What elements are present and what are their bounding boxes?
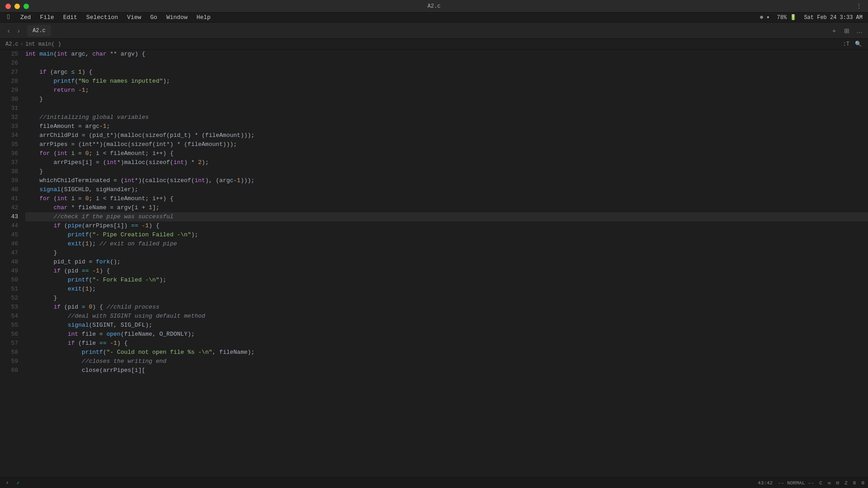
add-tab-button[interactable]: +	[829, 26, 839, 36]
maximize-button[interactable]	[24, 4, 29, 9]
minimize-button[interactable]	[14, 4, 20, 9]
menu-bar-status: ⊛ ▾ 78% 🔋 Sat Feb 24 3:33 AM	[758, 14, 864, 21]
line-number: 36	[0, 149, 18, 158]
line-number: 40	[0, 185, 18, 194]
status-position: 43:42	[758, 480, 773, 486]
code-line[interactable]: printf("No file names inputted");	[25, 77, 868, 86]
more-button[interactable]: …	[854, 26, 864, 36]
code-line[interactable]: pid_t pid = fork();	[25, 258, 868, 267]
line-number: 46	[0, 239, 18, 249]
code-area[interactable]: 2526272829303132333435363738394041424344…	[0, 50, 868, 477]
code-line[interactable]: whichChildTerminated = (int*)(calloc(siz…	[25, 176, 868, 185]
status-num8[interactable]: 8	[853, 480, 856, 486]
line-number: 50	[0, 276, 18, 285]
line-number: 59	[0, 357, 18, 366]
line-number: 44	[0, 221, 18, 230]
code-line[interactable]: printf("- Fork Failed -\n");	[25, 276, 868, 285]
code-line[interactable]: }	[25, 249, 868, 258]
code-line[interactable]: arrPipes[i] = (int*)malloc(sizeof(int) *…	[25, 158, 868, 167]
code-line[interactable]: return -1;	[25, 86, 868, 95]
menu-help[interactable]: Help	[193, 13, 214, 23]
code-line[interactable]: fileAmount = argc-1;	[25, 122, 868, 131]
line-number: 60	[0, 366, 18, 375]
code-line[interactable]: //closes the writing end	[25, 357, 868, 366]
code-line[interactable]: signal(SIGCHLD, sigHandler);	[25, 185, 868, 194]
tab-a2c[interactable]: A2.c	[27, 25, 51, 37]
code-line[interactable]: }	[25, 294, 868, 303]
line-number: 29	[0, 86, 18, 95]
menu-go[interactable]: Go	[146, 13, 161, 23]
breadcrumb-type-icon[interactable]: :T	[842, 41, 850, 47]
code-line[interactable]: if (pid = 0) { //child process	[25, 303, 868, 312]
line-number: 55	[0, 321, 18, 330]
title-bar: A2.c ⋮	[0, 0, 868, 13]
menu-bar-wifi: ⊛ ▾	[758, 14, 772, 21]
menu-zed[interactable]: Zed	[17, 13, 34, 23]
code-line[interactable]: exit(1); // exit on failed pipe	[25, 239, 868, 249]
line-number: 58	[0, 348, 18, 357]
traffic-lights[interactable]	[5, 4, 29, 9]
code-line[interactable]: for (int i = 0; i < fileAmount; i++) {	[25, 194, 868, 203]
code-line[interactable]: if (pipe(arrPipes[i]) == -1) {	[25, 221, 868, 230]
status-mode: -- NORMAL --	[778, 480, 814, 486]
code-line[interactable]: if (pid == -1) {	[25, 267, 868, 276]
line-number: 38	[0, 167, 18, 176]
status-grid-icon[interactable]: ⊟	[836, 480, 840, 486]
code-line[interactable]: }	[25, 167, 868, 176]
breadcrumb-search-icon[interactable]: 🔍	[854, 41, 863, 47]
menu-edit[interactable]: Edit	[60, 13, 81, 23]
code-line[interactable]: //initializing global variables	[25, 113, 868, 122]
status-lightning-icon[interactable]: ⚡	[4, 479, 11, 487]
line-number: 47	[0, 249, 18, 258]
breadcrumb-file[interactable]: A2.c	[5, 41, 19, 47]
status-check-icon[interactable]: ✓	[14, 479, 22, 487]
code-line[interactable]: char * fileName = argv[i + 1];	[25, 203, 868, 212]
code-line[interactable]: if (argc ≤ 1) {	[25, 68, 868, 77]
code-line[interactable]: //deal with SIGINT using default method	[25, 312, 868, 321]
code-line[interactable]: arrChildPid = (pid_t*)(malloc(sizeof(pid…	[25, 131, 868, 140]
editor: 2526272829303132333435363738394041424344…	[0, 50, 868, 477]
code-line[interactable]: printf("- Pipe Creation Failed -\n");	[25, 230, 868, 239]
code-line[interactable]: exit(1);	[25, 285, 868, 294]
code-content[interactable]: int main(int argc, char ** argv) { if (a…	[22, 50, 868, 477]
code-line[interactable]: printf("- Could not open file %s -\n", f…	[25, 348, 868, 357]
code-line[interactable]: if (file == -1) {	[25, 339, 868, 348]
code-line[interactable]: int file = open(fileName, O_RDONLY);	[25, 330, 868, 339]
menu-window[interactable]: Window	[163, 13, 191, 23]
close-button[interactable]	[5, 4, 11, 9]
code-line[interactable]: }	[25, 95, 868, 104]
code-line[interactable]: signal(SIGINT, SIG_DFL);	[25, 321, 868, 330]
menu-file[interactable]: File	[36, 13, 57, 23]
code-line[interactable]: //check if the pipe was successful	[25, 212, 868, 221]
menu-selection[interactable]: Selection	[83, 13, 122, 23]
apple-menu[interactable]: 	[4, 14, 15, 21]
code-line[interactable]	[25, 59, 868, 68]
code-line[interactable]	[25, 104, 868, 113]
code-line[interactable]: for (int i = 0; i < fileAmount; i++) {	[25, 149, 868, 158]
line-number: 28	[0, 77, 18, 86]
breadcrumb-func[interactable]: int main( )	[25, 41, 61, 47]
line-number: 31	[0, 104, 18, 113]
breadcrumb: A2.c › int main( ) :T 🔍	[0, 39, 868, 50]
code-line[interactable]: int main(int argc, char ** argv) {	[25, 50, 868, 59]
status-left: ⚡ ✓	[4, 479, 22, 487]
status-num0[interactable]: 0	[861, 480, 864, 486]
menu-bar-datetime: Sat Feb 24 3:33 AM	[802, 14, 864, 21]
status-mail-icon[interactable]: ✉	[828, 480, 831, 486]
line-number: 27	[0, 68, 18, 77]
breadcrumb-actions: :T 🔍	[842, 41, 863, 47]
status-z-icon[interactable]: Z	[844, 480, 848, 486]
split-button[interactable]: ⊞	[842, 26, 852, 36]
title-bar-filename: A2.c	[428, 3, 441, 9]
forward-button[interactable]: ›	[14, 26, 24, 36]
status-right: 43:42 -- NORMAL -- C ✉ ⊟ Z 8 0	[758, 480, 864, 486]
code-line[interactable]: arrPipes = (int**)(malloc(sizeof(int*) *…	[25, 140, 868, 149]
window-icon[interactable]: ⋮	[855, 3, 863, 10]
status-lang[interactable]: C	[819, 480, 822, 486]
tab-bar: ‹ › A2.c + ⊞ …	[0, 23, 868, 39]
code-line[interactable]: close(arrPipes[i][	[25, 366, 868, 375]
line-number: 33	[0, 122, 18, 131]
menu-view[interactable]: View	[123, 13, 145, 23]
back-button[interactable]: ‹	[4, 26, 14, 36]
line-number: 25	[0, 50, 18, 59]
